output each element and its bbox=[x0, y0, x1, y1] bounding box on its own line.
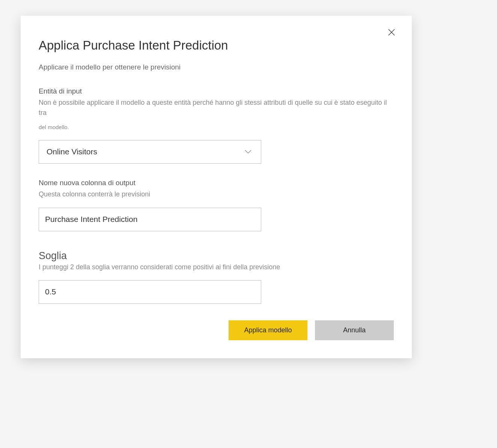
dialog-subtitle: Applicare il modello per ottenere le pre… bbox=[39, 63, 394, 71]
threshold-heading: Soglia bbox=[39, 250, 394, 262]
input-entity-label: Entità di input bbox=[39, 87, 394, 95]
output-column-group: Nome nuova colonna di output Questa colo… bbox=[39, 179, 394, 231]
input-entity-value: Online Visitors bbox=[47, 147, 97, 156]
button-row: Applica modello Annulla bbox=[229, 320, 394, 340]
apply-button[interactable]: Applica modello bbox=[229, 320, 307, 340]
dialog-title: Applica Purchase Intent Prediction bbox=[39, 38, 394, 53]
close-icon bbox=[387, 28, 396, 37]
cancel-button[interactable]: Annulla bbox=[315, 320, 394, 340]
input-entity-description-2: del modello. bbox=[39, 123, 394, 132]
output-column-input[interactable] bbox=[39, 208, 261, 231]
input-entity-group: Entità di input Non è possibile applicar… bbox=[39, 87, 394, 164]
close-button[interactable] bbox=[386, 27, 397, 38]
chevron-down-icon bbox=[244, 149, 252, 154]
input-entity-dropdown[interactable]: Online Visitors bbox=[39, 140, 261, 164]
threshold-group: Soglia I punteggi 2 della soglia verrann… bbox=[39, 250, 394, 304]
output-column-description: Questa colonna conterrà le previsioni bbox=[39, 189, 394, 199]
dialog-apply-model: Applica Purchase Intent Prediction Appli… bbox=[21, 16, 412, 358]
threshold-input[interactable] bbox=[39, 280, 261, 304]
input-entity-description-1: Non è possibile applicare il modello a q… bbox=[39, 98, 394, 118]
output-column-label: Nome nuova colonna di output bbox=[39, 179, 394, 187]
threshold-description: I punteggi 2 della soglia verranno consi… bbox=[39, 263, 394, 271]
